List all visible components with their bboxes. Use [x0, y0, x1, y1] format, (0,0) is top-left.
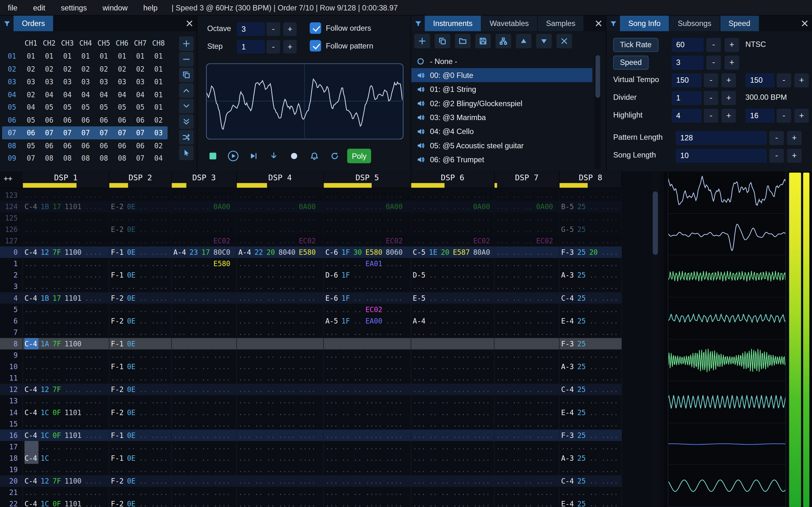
- pattern-cell[interactable]: C-51E20E58780A0: [411, 246, 495, 258]
- pattern-cell[interactable]: ...............: [237, 441, 324, 452]
- pattern-cell[interactable]: ...........: [495, 441, 560, 452]
- pattern-cell[interactable]: ...........: [495, 212, 560, 224]
- pattern-cell[interactable]: C-41C..........: [23, 452, 109, 464]
- instrument-item[interactable]: 04: @4 Cello: [411, 124, 592, 138]
- channel-header-dsp-5[interactable]: DSP 5: [324, 172, 411, 188]
- virtual-tempo-denominator-input[interactable]: 150: [745, 73, 774, 87]
- tick-rate-decrease-button[interactable]: -: [706, 38, 721, 52]
- stop-button[interactable]: [205, 148, 221, 164]
- order-cell[interactable]: 02: [113, 65, 131, 73]
- order-cell[interactable]: 02: [77, 65, 95, 73]
- pattern-cell[interactable]: ...........: [495, 338, 560, 349]
- order-cell[interactable]: 02: [58, 65, 77, 73]
- pattern-cell[interactable]: ...............: [237, 281, 324, 292]
- pattern-cell[interactable]: ...............: [23, 372, 109, 384]
- song-info-close-button[interactable]: [798, 15, 812, 31]
- pattern-cell[interactable]: E-61F..........: [324, 292, 411, 303]
- pattern-cell[interactable]: ...........: [172, 315, 237, 326]
- pattern-cell[interactable]: ...............: [237, 189, 324, 201]
- pattern-cell[interactable]: ...............: [411, 212, 495, 224]
- pattern-cell[interactable]: ...............: [324, 281, 411, 292]
- pattern-cell[interactable]: C-4127F1100....: [23, 246, 109, 258]
- order-cell[interactable]: 01: [22, 52, 40, 60]
- order-cell[interactable]: 01: [40, 52, 58, 60]
- order-cell[interactable]: 04: [77, 90, 95, 99]
- pattern-cell[interactable]: E-425......: [560, 406, 622, 418]
- pattern-cell[interactable]: ...............: [23, 315, 109, 326]
- pattern-cell[interactable]: ...........: [495, 372, 560, 384]
- order-cell[interactable]: 05: [131, 103, 149, 111]
- pattern-cell[interactable]: ...........: [172, 338, 237, 349]
- pattern-cell[interactable]: F-20E......: [109, 406, 172, 418]
- pattern-cell[interactable]: ...........: [109, 487, 172, 498]
- pattern-cell[interactable]: F-20E......: [109, 315, 172, 326]
- order-cell[interactable]: 01: [113, 52, 131, 60]
- order-change-mode-button[interactable]: [179, 130, 194, 145]
- pattern-cell[interactable]: E-5............: [411, 292, 495, 303]
- pattern-cell[interactable]: ...........: [495, 258, 560, 269]
- order-cell[interactable]: 06: [58, 141, 77, 150]
- order-cell[interactable]: 08: [113, 154, 131, 162]
- pattern-cell[interactable]: ...............: [237, 372, 324, 384]
- pattern-cell[interactable]: ...........: [495, 349, 560, 361]
- order-cell[interactable]: 02: [22, 90, 40, 99]
- pattern-cell[interactable]: ...........: [495, 418, 560, 429]
- order-cell[interactable]: 06: [95, 116, 113, 124]
- pattern-cell[interactable]: F-32520....: [560, 246, 622, 258]
- instrument-item[interactable]: 06: @6 Trumpet: [411, 153, 592, 166]
- pattern-cell[interactable]: ...............: [411, 475, 495, 487]
- order-row-09[interactable]: 090708080808080704: [2, 152, 168, 164]
- pattern-cell[interactable]: ...........: [560, 349, 622, 361]
- poly-button[interactable]: Poly: [347, 149, 371, 163]
- order-cell[interactable]: 08: [77, 154, 95, 162]
- order-cell[interactable]: 01: [149, 90, 167, 99]
- order-cell[interactable]: 03: [58, 78, 77, 86]
- pattern-cell[interactable]: ...........: [560, 303, 622, 315]
- pattern-cell[interactable]: ...........: [172, 224, 237, 235]
- order-cell[interactable]: 02: [40, 65, 58, 73]
- pattern-cell[interactable]: ...........0A00: [237, 201, 324, 212]
- record-button[interactable]: [287, 148, 302, 164]
- tab-subsongs[interactable]: Subsongs: [669, 15, 720, 31]
- pattern-cell[interactable]: ...........: [495, 475, 560, 487]
- pattern-cell[interactable]: ...........: [495, 406, 560, 418]
- pattern-cell[interactable]: ...........: [495, 303, 560, 315]
- save-instrument-button[interactable]: [475, 34, 491, 49]
- instrument-item[interactable]: 00: @0 Flute: [411, 68, 592, 82]
- pattern-cell[interactable]: F-10E......: [109, 338, 172, 349]
- pattern-cell[interactable]: F-20E......: [109, 475, 172, 487]
- pattern-cell[interactable]: ...............: [411, 372, 495, 384]
- order-cell[interactable]: 06: [77, 141, 95, 150]
- order-cell[interactable]: 05: [22, 116, 40, 124]
- order-cell[interactable]: 06: [113, 116, 131, 124]
- move-instrument-down-button[interactable]: [536, 34, 552, 49]
- pattern-cell[interactable]: ...............: [324, 395, 411, 406]
- virtual-tempo-denominator-decrease-button[interactable]: -: [776, 73, 791, 87]
- order-cell[interactable]: 05: [40, 103, 58, 111]
- pattern-cell[interactable]: ...........: [560, 487, 622, 498]
- menu-item-settings[interactable]: settings: [53, 3, 95, 12]
- pattern-cell[interactable]: F-10E......: [109, 361, 172, 372]
- order-cell[interactable]: 07: [40, 129, 58, 137]
- pattern-cell[interactable]: ...............: [237, 452, 324, 464]
- pattern-cell[interactable]: C-425......: [560, 384, 622, 395]
- pattern-cell[interactable]: ...........: [172, 372, 237, 384]
- order-cell[interactable]: 01: [149, 65, 167, 73]
- pattern-cell[interactable]: F-20E......: [109, 384, 172, 395]
- order-cell[interactable]: 05: [113, 103, 131, 111]
- pattern-cell[interactable]: A-4............: [411, 315, 495, 326]
- pattern-cell[interactable]: ...........EC02: [324, 235, 411, 246]
- pattern-cell[interactable]: ...............: [23, 269, 109, 281]
- duplicate-order-button[interactable]: [179, 67, 194, 82]
- pattern-cell[interactable]: ...............: [411, 429, 495, 441]
- instrument-list-scrollbar[interactable]: [595, 54, 601, 170]
- order-row-03[interactable]: 030303030303030301: [2, 75, 168, 88]
- pattern-length-decrease-button[interactable]: -: [769, 131, 784, 145]
- add-order-button[interactable]: [179, 37, 194, 51]
- pattern-cell[interactable]: ...........: [560, 189, 622, 201]
- pattern-cell[interactable]: ...........: [495, 452, 560, 464]
- pattern-cell[interactable]: ...........0A00: [324, 201, 411, 212]
- pattern-cell[interactable]: ...........: [109, 281, 172, 292]
- order-row-02[interactable]: 020202020202020201: [2, 63, 168, 75]
- pattern-cell[interactable]: ...............: [324, 475, 411, 487]
